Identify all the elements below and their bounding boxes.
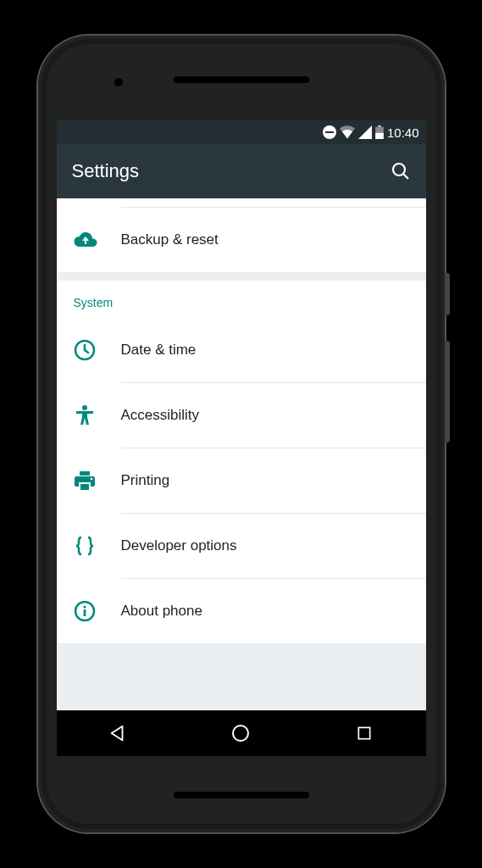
circle-home-icon: [230, 723, 251, 743]
search-icon: [391, 161, 411, 181]
settings-item-about-phone[interactable]: About phone: [57, 579, 426, 643]
triangle-back-icon: [108, 724, 127, 743]
svg-rect-14: [358, 727, 369, 738]
svg-point-13: [233, 726, 248, 741]
svg-rect-0: [378, 125, 380, 127]
cloud-upload-icon: [74, 231, 121, 249]
settings-list: Backup & reset System Date: [57, 198, 426, 710]
braces-icon: [74, 535, 121, 557]
settings-item-label: Printing: [121, 472, 170, 489]
divider: [57, 643, 426, 644]
svg-line-4: [403, 174, 408, 179]
app-bar: Settings: [57, 144, 426, 198]
status-time: 10:40: [387, 125, 419, 140]
nav-back-button[interactable]: [106, 721, 130, 745]
status-bar: 10:40: [57, 120, 426, 144]
svg-rect-12: [83, 609, 86, 616]
svg-point-6: [82, 405, 87, 410]
speaker-bottom: [174, 792, 309, 798]
settings-item-label: Backup & reset: [121, 231, 219, 248]
nav-recents-button[interactable]: [352, 721, 376, 745]
settings-item-label: About phone: [121, 603, 202, 620]
square-recents-icon: [356, 725, 373, 742]
search-button[interactable]: [391, 161, 411, 181]
section-system: System Date & time: [57, 281, 426, 644]
settings-item-accessibility[interactable]: Accessibility: [57, 383, 426, 448]
dnd-icon: [323, 125, 336, 139]
camera-dot: [114, 78, 123, 86]
power-button: [445, 273, 450, 315]
volume-button: [445, 341, 450, 442]
battery-icon: [375, 125, 384, 139]
page-title: Settings: [72, 160, 140, 182]
settings-item-label: Date & time: [121, 342, 197, 359]
section-header-system: System: [57, 281, 426, 318]
printer-icon: [74, 470, 121, 492]
settings-item-backup-reset[interactable]: Backup & reset: [57, 208, 426, 272]
cell-signal-icon: [358, 125, 372, 139]
settings-item-label: Accessibility: [121, 407, 200, 424]
settings-item-label: Developer options: [121, 537, 237, 554]
navigation-bar: [57, 710, 426, 756]
info-icon: [74, 600, 121, 622]
svg-point-11: [83, 605, 86, 608]
speaker-top: [174, 76, 309, 83]
settings-item-date-time[interactable]: Date & time: [57, 318, 426, 382]
section-top: Backup & reset: [57, 198, 426, 272]
svg-rect-7: [80, 471, 90, 476]
phone-frame: 10:40 Settings: [38, 36, 445, 832]
svg-point-9: [90, 478, 92, 481]
svg-rect-2: [375, 133, 384, 139]
accessibility-icon: [74, 404, 121, 426]
phone-bezel: 10:40 Settings: [47, 44, 436, 824]
wifi-icon: [340, 125, 355, 139]
settings-item-developer-options[interactable]: Developer options: [57, 514, 426, 578]
svg-point-3: [393, 164, 405, 175]
svg-rect-8: [80, 484, 89, 490]
clock-icon: [74, 339, 121, 361]
settings-item-printing[interactable]: Printing: [57, 448, 426, 513]
screen: 10:40 Settings: [57, 120, 426, 756]
nav-home-button[interactable]: [229, 721, 252, 745]
